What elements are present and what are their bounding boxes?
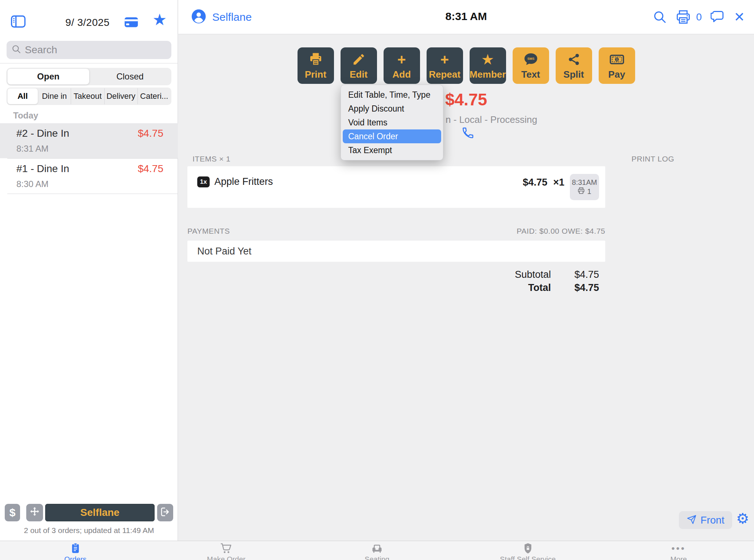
- section-today: Today: [13, 110, 38, 121]
- repeat-button[interactable]: + Repeat: [427, 47, 463, 84]
- row-divider: [7, 194, 178, 194]
- sidebar-divider: [0, 63, 178, 63]
- menu-item-tax-exempt[interactable]: Tax Exempt: [341, 143, 443, 157]
- total-row: Total $4.75: [187, 282, 605, 295]
- item-multiplier: ×1: [553, 177, 564, 188]
- card-payments-icon[interactable]: [124, 17, 138, 28]
- menu-item-cancel-order[interactable]: Cancel Order: [343, 129, 441, 143]
- order-time: 8:30 AM: [16, 179, 48, 189]
- shield-lock-icon: [524, 543, 532, 554]
- front-button[interactable]: Front: [679, 511, 732, 529]
- close-icon[interactable]: ✕: [734, 11, 745, 24]
- clipboard-icon: [70, 543, 81, 554]
- pay-button[interactable]: 1 Pay: [599, 47, 635, 84]
- sign-out-button[interactable]: [157, 504, 173, 521]
- order-status-text: n - Local - Processing: [446, 114, 537, 125]
- item-print-time: 8:31AM: [572, 178, 597, 187]
- tab-seating[interactable]: Seating: [302, 541, 452, 560]
- orders-sidebar: 9/ 3/2025 ★ Open Closed All Dine in Take…: [0, 0, 178, 541]
- tab-closed[interactable]: Closed: [89, 69, 171, 85]
- order-title: #1 - Dine In: [16, 163, 69, 175]
- edit-context-menu: Edit Table, Time, Type Apply Discount Vo…: [341, 85, 443, 160]
- menu-item-void-items[interactable]: Void Items: [341, 116, 443, 129]
- menu-item-apply-discount[interactable]: Apply Discount: [341, 102, 443, 116]
- chat-bubble-icon[interactable]: [711, 11, 725, 24]
- payments-header-row: PAYMENTS PAID: $0.00 OWE: $4.75: [187, 227, 605, 236]
- filter-takeout[interactable]: Takeout: [71, 88, 104, 104]
- text-button[interactable]: SMS Text: [513, 47, 549, 84]
- order-item-row[interactable]: 1x Apple Fritters $4.75 ×1 8:31AM 1: [187, 166, 605, 208]
- add-button[interactable]: + Add: [384, 47, 420, 84]
- tab-orders[interactable]: Orders: [0, 541, 151, 560]
- search-bar[interactable]: [7, 41, 171, 59]
- star-icon: ★: [481, 51, 494, 67]
- edit-button[interactable]: Edit: [341, 47, 377, 84]
- pos-app: 9/ 3/2025 ★ Open Closed All Dine in Take…: [0, 0, 754, 560]
- sidebar-toggle-icon[interactable]: [11, 15, 26, 28]
- print-button[interactable]: Print: [298, 47, 334, 84]
- total-value: $4.75: [574, 282, 599, 293]
- front-label: Front: [700, 514, 724, 526]
- tab-make-order[interactable]: Make Order: [151, 541, 302, 560]
- order-list-item[interactable]: #2 - Dine In $4.75 8:31 AM: [0, 123, 178, 158]
- split-button[interactable]: Split: [556, 47, 592, 84]
- date-picker[interactable]: 9/ 3/2025: [51, 17, 124, 28]
- sign-out-icon: [160, 507, 170, 518]
- ellipsis-icon: •••: [672, 543, 686, 554]
- total-label: Total: [528, 282, 551, 293]
- order-title: #2 - Dine In: [16, 128, 69, 139]
- sms-bubble-icon: SMS: [524, 51, 538, 67]
- banknote-icon: 1: [609, 51, 625, 67]
- filter-all[interactable]: All: [7, 88, 38, 104]
- subtotal-label: Subtotal: [515, 269, 551, 280]
- paid-owe-summary: PAID: $0.00 OWE: $4.75: [517, 227, 605, 236]
- member-button[interactable]: ★ Member: [470, 47, 506, 84]
- cash-drawer-button[interactable]: $: [5, 504, 20, 521]
- items-section-header: ITEMS × 1: [193, 155, 230, 163]
- gear-icon[interactable]: ⚙: [736, 511, 749, 526]
- move-icon: [29, 506, 40, 519]
- order-time: 8:31 AM: [16, 144, 48, 154]
- plus-icon: +: [440, 51, 449, 67]
- filter-catering[interactable]: Cateri...: [137, 88, 171, 104]
- header-actions: 0 ✕: [653, 0, 745, 34]
- order-toolbar: Print Edit + Add + Repeat ★ Member SMS T…: [178, 47, 754, 84]
- print-log-header: PRINT LOG: [631, 155, 674, 163]
- filter-dine-in[interactable]: Dine in: [38, 88, 71, 104]
- favorite-star-icon[interactable]: ★: [152, 12, 167, 28]
- main-header: Selflane 8:31 AM 0 ✕: [178, 0, 754, 34]
- cart-icon: [220, 543, 232, 554]
- tab-staff-self-service[interactable]: Staff Self Service: [452, 541, 603, 560]
- order-status-segmented: Open Closed: [7, 68, 171, 85]
- search-icon[interactable]: [653, 10, 667, 24]
- bottom-tab-bar: Orders Make Order Seating Staff Self Ser…: [0, 541, 754, 560]
- quantity-badge: 1x: [197, 176, 210, 187]
- filter-delivery[interactable]: Delivery: [104, 88, 137, 104]
- sync-status-text: 2 out of 3 orders; updated at 11:49 AM: [0, 526, 178, 535]
- subtotal-row: Subtotal $4.75: [187, 269, 605, 281]
- printer-icon: [578, 187, 585, 196]
- subtotal-value: $4.75: [574, 269, 599, 280]
- armchair-icon: [372, 543, 382, 554]
- item-name: Apple Fritters: [214, 176, 273, 187]
- order-price: $4.75: [138, 128, 163, 139]
- pencil-icon: [352, 51, 366, 67]
- search-icon: [12, 44, 21, 55]
- payments-section-header: PAYMENTS: [187, 227, 230, 236]
- order-list-item[interactable]: #1 - Dine In $4.75 8:30 AM: [0, 159, 178, 194]
- order-total: $4.75: [178, 90, 754, 109]
- item-print-badge[interactable]: 8:31AM 1: [570, 174, 599, 200]
- search-input[interactable]: [25, 44, 166, 56]
- svg-text:1: 1: [616, 58, 618, 61]
- printer-icon[interactable]: [676, 10, 691, 24]
- phone-icon[interactable]: [462, 127, 474, 139]
- move-button[interactable]: [26, 504, 43, 521]
- menu-item-edit-table-time-type[interactable]: Edit Table, Time, Type: [341, 88, 443, 102]
- not-paid-row: Not Paid Yet: [187, 241, 605, 262]
- tab-more[interactable]: ••• More: [603, 541, 754, 560]
- share-split-icon: [567, 51, 580, 67]
- tab-open[interactable]: Open: [7, 69, 89, 85]
- store-button[interactable]: Selflane: [45, 504, 155, 521]
- item-price-value: $4.75: [523, 177, 548, 188]
- print-queue-count: 0: [696, 11, 702, 23]
